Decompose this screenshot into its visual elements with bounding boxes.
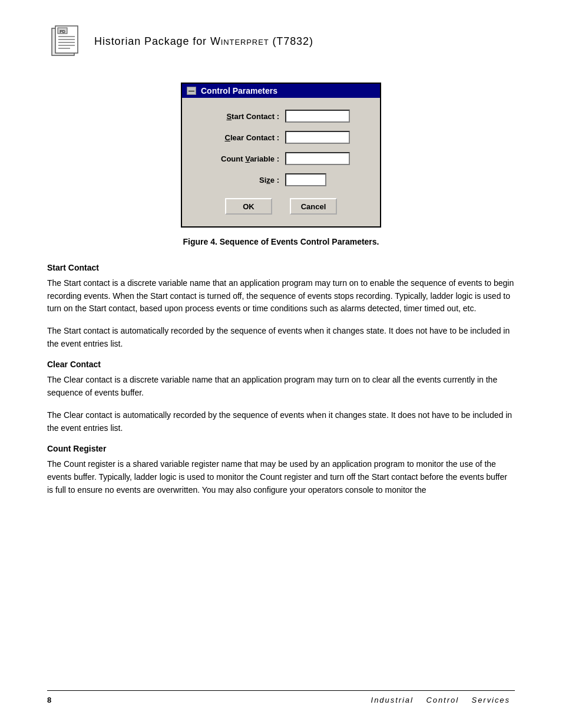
size-label: Size : (200, 176, 285, 185)
dialog-container: — Control Parameters Start Contact : Cle… (47, 83, 515, 228)
header-title: Historian Package for Winterpret (T7832) (94, 35, 313, 48)
footer-tagline-control: Control (426, 696, 459, 704)
dialog-buttons: OK Cancel (200, 195, 362, 215)
count-variable-label: Count Variable : (200, 154, 285, 163)
count-register-para-1: The Count register is a shared variable … (47, 458, 515, 496)
start-contact-para-2: The Start contact is automatically recor… (47, 325, 515, 350)
page-footer: 8 Industrial Control Services (47, 690, 515, 704)
size-input[interactable] (285, 173, 326, 186)
footer-tagline-services: Services (472, 696, 510, 704)
count-variable-input[interactable] (285, 152, 350, 165)
page-header: PD Historian Package for Winterpret (T78… (47, 24, 515, 65)
footer-tagline: Industrial Control Services (366, 696, 515, 704)
control-parameters-dialog: — Control Parameters Start Contact : Cle… (181, 83, 381, 228)
clear-contact-input[interactable] (285, 131, 350, 144)
size-field: Size : (200, 173, 362, 186)
start-contact-para-1: The Start contact is a discrete variable… (47, 277, 515, 315)
dialog-system-menu-icon[interactable]: — (187, 87, 196, 95)
section-heading-count-register: Count Register (47, 444, 515, 453)
dialog-body: Start Contact : Clear Contact : Count Va… (182, 98, 380, 226)
clear-contact-para-2: The Clear contact is automatically recor… (47, 409, 515, 434)
section-heading-clear-contact: Clear Contact (47, 360, 515, 369)
ok-button[interactable]: OK (225, 198, 272, 215)
start-contact-label: Start Contact : (200, 112, 285, 121)
dialog-titlebar: — Control Parameters (182, 84, 380, 98)
footer-page-number: 8 (47, 696, 51, 704)
svg-text:PD: PD (59, 29, 65, 34)
clear-contact-field: Clear Contact : (200, 131, 362, 144)
dialog-title: Control Parameters (201, 86, 277, 95)
cancel-button[interactable]: Cancel (290, 198, 337, 215)
document-logo-icon: PD (47, 24, 82, 59)
start-contact-field: Start Contact : (200, 110, 362, 123)
start-contact-input[interactable] (285, 110, 350, 123)
count-variable-field: Count Variable : (200, 152, 362, 165)
figure-caption: Figure 4. Sequence of Events Control Par… (47, 237, 515, 246)
clear-contact-para-1: The Clear contact is a discrete variable… (47, 374, 515, 399)
footer-tagline-industrial: Industrial (371, 696, 414, 704)
section-heading-start-contact: Start Contact (47, 263, 515, 272)
clear-contact-label: Clear Contact : (200, 133, 285, 142)
